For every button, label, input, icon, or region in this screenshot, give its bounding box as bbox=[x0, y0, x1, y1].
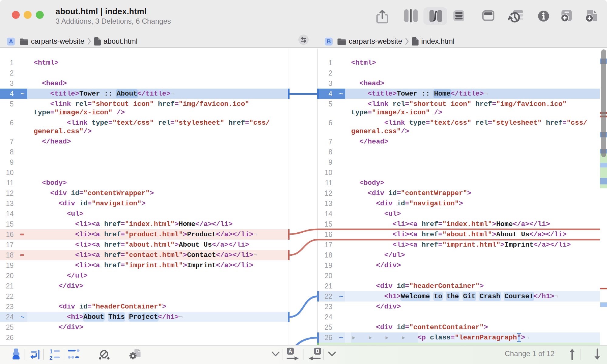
svg-text:2: 2 bbox=[49, 355, 53, 360]
svg-text:1: 1 bbox=[49, 349, 53, 355]
